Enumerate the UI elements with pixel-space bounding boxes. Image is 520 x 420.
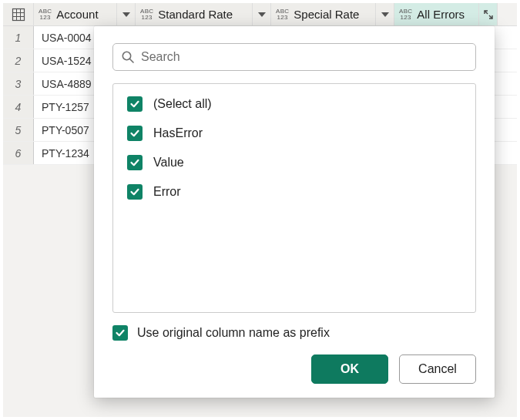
dialog-buttons: OK Cancel	[112, 354, 476, 384]
option-value[interactable]: Value	[127, 155, 461, 170]
column-name: Special Rate	[292, 8, 375, 21]
grid-header-row: ABC 123 Account ABC 123 Standard Rate AB…	[3, 3, 517, 26]
caret-down-icon	[258, 12, 266, 17]
prefix-label: Use original column name as prefix	[137, 326, 330, 340]
type-badge-icon: ABC 123	[139, 8, 156, 21]
column-filter-button[interactable]	[375, 3, 394, 25]
column-name: Account	[55, 8, 116, 21]
column-selection-list: (Select all) HasError Value Error	[112, 83, 476, 313]
table-icon	[12, 8, 25, 22]
column-header-all-errors[interactable]: ABC 123 All Errors	[394, 3, 498, 25]
svg-line-6	[130, 59, 134, 63]
column-header-standard-rate[interactable]: ABC 123 Standard Rate	[136, 3, 271, 25]
expand-icon	[482, 9, 495, 20]
column-expand-button[interactable]	[478, 3, 497, 25]
checkbox-checked-icon[interactable]	[127, 126, 143, 141]
row-index: 5	[3, 119, 34, 141]
expand-column-popup: (Select all) HasError Value Error Use or…	[94, 26, 495, 398]
row-index: 6	[3, 142, 34, 164]
type-badge-icon: ABC 123	[398, 8, 415, 21]
option-error[interactable]: Error	[127, 184, 461, 200]
checkbox-checked-icon[interactable]	[127, 184, 143, 200]
column-filter-button[interactable]	[116, 3, 135, 25]
row-index: 1	[3, 26, 34, 49]
checkbox-checked-icon[interactable]	[127, 96, 143, 112]
option-label: HasError	[153, 126, 203, 140]
column-header-account[interactable]: ABC 123 Account	[34, 3, 136, 25]
ok-button[interactable]: OK	[311, 354, 388, 384]
caret-down-icon	[381, 12, 389, 17]
svg-rect-0	[12, 8, 24, 20]
row-index: 3	[3, 72, 34, 95]
option-label: Error	[153, 185, 181, 199]
column-filter-button[interactable]	[252, 3, 270, 25]
type-badge-icon: ABC 123	[37, 8, 55, 21]
search-box[interactable]	[112, 43, 476, 71]
checkbox-checked-icon[interactable]	[127, 155, 143, 170]
column-name: Standard Rate	[156, 8, 252, 21]
caret-down-icon	[122, 12, 130, 17]
search-input[interactable]	[141, 50, 468, 64]
option-label: (Select all)	[153, 97, 212, 111]
column-header-special-rate[interactable]: ABC 123 Special Rate	[271, 3, 394, 25]
cancel-button[interactable]: Cancel	[399, 354, 476, 384]
row-index: 4	[3, 96, 34, 118]
use-original-name-prefix[interactable]: Use original column name as prefix	[112, 325, 476, 341]
type-badge-icon: ABC 123	[274, 8, 292, 21]
grid-corner-cell[interactable]	[3, 3, 34, 25]
column-name: All Errors	[415, 8, 478, 21]
row-index: 2	[3, 49, 34, 72]
checkbox-checked-icon[interactable]	[112, 325, 128, 341]
option-haserror[interactable]: HasError	[127, 126, 461, 141]
option-select-all[interactable]: (Select all)	[127, 96, 461, 112]
search-icon	[121, 50, 135, 64]
option-label: Value	[153, 156, 184, 170]
